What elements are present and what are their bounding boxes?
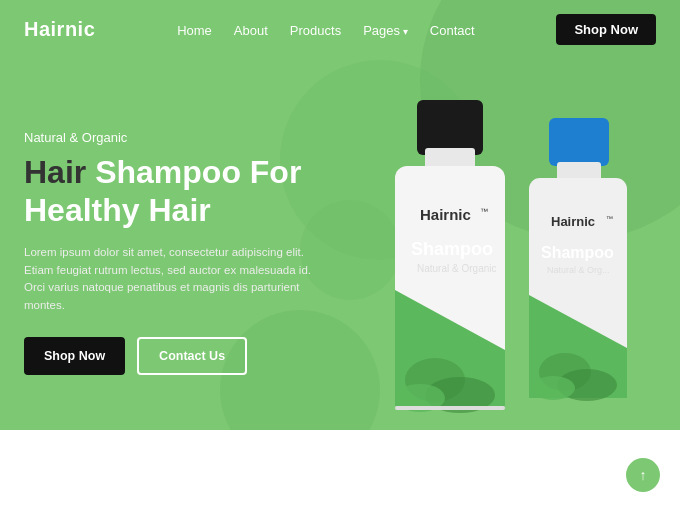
scroll-top-button[interactable]: ↑: [626, 458, 660, 492]
svg-rect-11: [395, 406, 505, 410]
nav-link-home[interactable]: Home: [177, 23, 212, 38]
nav-link-products[interactable]: Products: [290, 23, 341, 38]
hero-contact-button[interactable]: Contact Us: [137, 337, 247, 375]
hero-products: Hairnic ™ Shampoo Natural & Organic Hair…: [365, 90, 650, 430]
svg-text:Natural & Org...: Natural & Org...: [547, 265, 610, 275]
nav-item-pages[interactable]: Pages: [363, 21, 408, 39]
nav-links: Home About Products Pages Contact: [177, 21, 474, 39]
svg-rect-12: [549, 118, 609, 166]
svg-text:™: ™: [606, 215, 613, 222]
hero-buttons: Shop Now Contact Us: [24, 337, 344, 375]
navbar: Hairnic Home About Products Pages Contac…: [0, 0, 680, 59]
hero-content: Natural & Organic Hair Shampoo For Healt…: [24, 130, 344, 375]
hero-title-rest: Shampoo For: [86, 154, 301, 190]
svg-text:Shampoo: Shampoo: [411, 239, 493, 259]
nav-item-products[interactable]: Products: [290, 21, 341, 39]
svg-rect-0: [417, 100, 483, 155]
svg-text:Hairnic: Hairnic: [420, 206, 471, 223]
hero-title: Hair Shampoo For Healthy Hair: [24, 153, 344, 230]
nav-item-about[interactable]: About: [234, 21, 268, 39]
nav-link-contact[interactable]: Contact: [430, 23, 475, 38]
hero-section: Hairnic Home About Products Pages Contac…: [0, 0, 680, 430]
svg-text:™: ™: [480, 207, 488, 216]
nav-shop-now-button[interactable]: Shop Now: [556, 14, 656, 45]
hero-description: Lorem ipsum dolor sit amet, consectetur …: [24, 244, 314, 315]
hero-shop-now-button[interactable]: Shop Now: [24, 337, 125, 375]
nav-link-about[interactable]: About: [234, 23, 268, 38]
nav-link-pages[interactable]: Pages: [363, 23, 408, 38]
nav-item-contact[interactable]: Contact: [430, 21, 475, 39]
hero-title-line2: Healthy Hair: [24, 192, 211, 228]
hero-title-highlight: Hair: [24, 154, 86, 190]
brand-logo[interactable]: Hairnic: [24, 18, 95, 41]
footer-strip: ↑: [0, 430, 680, 512]
nav-item-home[interactable]: Home: [177, 21, 212, 39]
svg-point-18: [531, 376, 575, 400]
svg-text:Shampoo: Shampoo: [541, 244, 614, 261]
svg-text:Hairnic: Hairnic: [551, 214, 595, 229]
svg-text:Natural & Organic: Natural & Organic: [417, 263, 496, 274]
hero-subtitle: Natural & Organic: [24, 130, 344, 145]
product-bottle-2: Hairnic ™ Shampoo Natural & Org...: [505, 110, 650, 420]
